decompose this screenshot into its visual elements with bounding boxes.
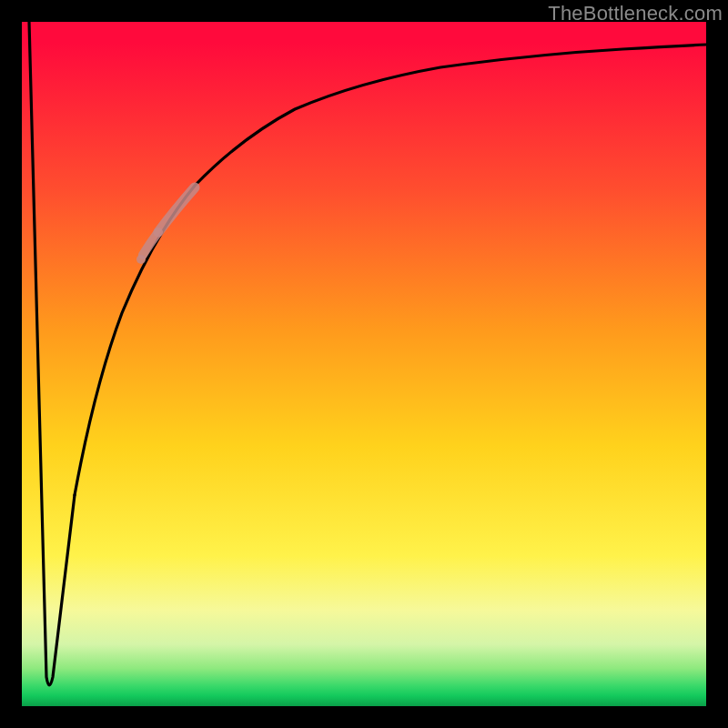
curve-left-spike (29, 22, 75, 685)
curve-main (75, 45, 706, 495)
chart-stage: TheBottleneck.com (0, 0, 728, 728)
curve-highlight-dot (136, 255, 146, 264)
bottleneck-curve (22, 22, 706, 706)
plot-area (22, 22, 706, 706)
curve-highlight-upper (158, 187, 195, 232)
